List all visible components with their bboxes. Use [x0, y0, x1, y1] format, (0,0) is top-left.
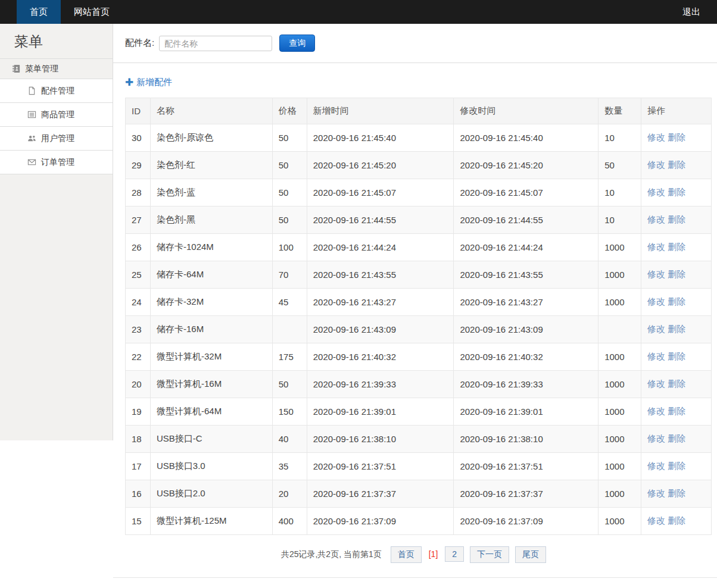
- edit-link[interactable]: 修改: [647, 214, 665, 224]
- page-button[interactable]: 尾页: [515, 546, 546, 563]
- col-header-modified: 修改时间: [454, 98, 598, 124]
- cell-price: 100: [272, 234, 307, 261]
- cell-actions: 修改 删除: [641, 508, 712, 535]
- cell-actions: 修改 删除: [641, 179, 712, 207]
- table-row: 27染色剂-黑502020-09-16 21:44:552020-09-16 2…: [126, 207, 712, 234]
- edit-link[interactable]: 修改: [647, 433, 665, 443]
- sidebar-item-users[interactable]: 用户管理: [0, 127, 113, 151]
- cell-id: 16: [126, 480, 151, 508]
- edit-link[interactable]: 修改: [647, 379, 665, 389]
- edit-link[interactable]: 修改: [647, 242, 665, 252]
- query-button[interactable]: 查询: [279, 35, 315, 52]
- cell-created: 2020-09-16 21:40:32: [307, 343, 454, 371]
- cell-actions: 修改 删除: [641, 426, 712, 453]
- cell-name: 微型计算机-125M: [150, 508, 272, 535]
- sidebar-item-orders[interactable]: 订单管理: [0, 151, 113, 174]
- edit-link[interactable]: 修改: [647, 406, 665, 416]
- edit-link[interactable]: 修改: [647, 187, 665, 197]
- cell-actions: 修改 删除: [641, 316, 712, 343]
- logout-link[interactable]: 退出: [682, 0, 717, 24]
- cell-modified: 2020-09-16 21:45:40: [454, 124, 598, 152]
- edit-link[interactable]: 修改: [647, 324, 665, 334]
- delete-link[interactable]: 删除: [668, 132, 685, 142]
- cell-modified: 2020-09-16 21:39:33: [454, 371, 598, 398]
- add-part-label: 新增配件: [136, 77, 172, 88]
- edit-link[interactable]: 修改: [647, 351, 665, 361]
- cell-modified: 2020-09-16 21:37:51: [454, 453, 598, 480]
- search-input[interactable]: [159, 36, 272, 51]
- cell-name: 染色剂-蓝: [150, 179, 272, 207]
- delete-link[interactable]: 删除: [668, 461, 685, 471]
- cell-created: 2020-09-16 21:37:37: [307, 480, 454, 508]
- nav-tab-home[interactable]: 首页: [17, 0, 61, 24]
- delete-link[interactable]: 删除: [668, 187, 685, 197]
- sidebar-item-goods[interactable]: 商品管理: [0, 103, 113, 127]
- search-bar: 配件名: 查询: [113, 24, 717, 63]
- cell-actions: 修改 删除: [641, 343, 712, 371]
- file-icon: [27, 86, 36, 95]
- cell-name: 储存卡-16M: [150, 316, 272, 343]
- edit-link[interactable]: 修改: [647, 269, 665, 279]
- sidebar-group-menu-management[interactable]: 菜单管理: [0, 59, 113, 79]
- edit-link[interactable]: 修改: [647, 515, 665, 526]
- delete-link[interactable]: 删除: [668, 159, 685, 170]
- delete-link[interactable]: 删除: [668, 214, 685, 224]
- delete-link[interactable]: 删除: [668, 296, 685, 306]
- delete-link[interactable]: 删除: [668, 406, 685, 416]
- delete-link[interactable]: 删除: [668, 488, 685, 498]
- cell-created: 2020-09-16 21:37:09: [307, 508, 454, 535]
- cell-qty: 1000: [598, 343, 641, 371]
- cell-modified: 2020-09-16 21:44:55: [454, 207, 598, 234]
- edit-link[interactable]: 修改: [647, 296, 665, 306]
- edit-link[interactable]: 修改: [647, 132, 665, 142]
- cell-id: 17: [126, 453, 151, 480]
- cell-price: 20: [272, 480, 307, 508]
- cell-name: 微型计算机-16M: [150, 371, 272, 398]
- cell-qty: 10: [598, 124, 641, 152]
- sidebar-item-parts[interactable]: 配件管理: [0, 79, 113, 103]
- sidebar-title: 菜单: [0, 24, 113, 59]
- cell-modified: 2020-09-16 21:40:32: [454, 343, 598, 371]
- table-row: 26储存卡-1024M1002020-09-16 21:44:242020-09…: [126, 234, 712, 261]
- pagination-summary: 共25记录,共2页, 当前第1页: [281, 549, 382, 559]
- pagination: 共25记录,共2页, 当前第1页首页[1]2下一页尾页: [113, 546, 717, 563]
- cell-price: 50: [272, 124, 307, 152]
- page-button[interactable]: 首页: [391, 546, 422, 563]
- delete-link[interactable]: 删除: [668, 379, 685, 389]
- nav-tab-site-home[interactable]: 网站首页: [61, 0, 123, 24]
- top-navbar: 首页 网站首页 退出: [0, 0, 717, 24]
- cell-id: 26: [126, 234, 151, 261]
- cell-created: 2020-09-16 21:37:51: [307, 453, 454, 480]
- edit-link[interactable]: 修改: [647, 159, 665, 170]
- cell-price: 50: [272, 371, 307, 398]
- page-button[interactable]: 下一页: [470, 546, 509, 563]
- cell-modified: 2020-09-16 21:38:10: [454, 426, 598, 453]
- cell-id: 22: [126, 343, 151, 371]
- cell-name: 储存卡-1024M: [150, 234, 272, 261]
- delete-link[interactable]: 删除: [668, 515, 685, 526]
- delete-link[interactable]: 删除: [668, 269, 685, 279]
- cell-id: 23: [126, 316, 151, 343]
- main-content: 配件名: 查询 ✚ 新增配件 ID 名称: [113, 24, 717, 588]
- table-row: 23储存卡-16M2020-09-16 21:43:092020-09-16 2…: [126, 316, 712, 343]
- delete-link[interactable]: 删除: [668, 433, 685, 443]
- cell-actions: 修改 删除: [641, 453, 712, 480]
- table-row: 25储存卡-64M702020-09-16 21:43:552020-09-16…: [126, 261, 712, 289]
- cell-actions: 修改 删除: [641, 234, 712, 261]
- delete-link[interactable]: 删除: [668, 324, 685, 334]
- cell-id: 19: [126, 398, 151, 426]
- col-header-created: 新增时间: [307, 98, 454, 124]
- search-label: 配件名:: [125, 37, 154, 49]
- sidebar-item-label: 配件管理: [41, 86, 74, 96]
- sidebar-item-label: 用户管理: [41, 133, 74, 144]
- cell-price: 50: [272, 152, 307, 179]
- edit-link[interactable]: 修改: [647, 488, 665, 498]
- add-part-link[interactable]: ✚ 新增配件: [125, 76, 172, 89]
- table-row: 29染色剂-红502020-09-16 21:45:202020-09-16 2…: [126, 152, 712, 179]
- edit-link[interactable]: 修改: [647, 461, 665, 471]
- delete-link[interactable]: 删除: [668, 351, 685, 361]
- table-row: 28染色剂-蓝502020-09-16 21:45:072020-09-16 2…: [126, 179, 712, 207]
- plus-icon: ✚: [125, 76, 133, 89]
- page-button[interactable]: 2: [445, 546, 464, 562]
- delete-link[interactable]: 删除: [668, 242, 685, 252]
